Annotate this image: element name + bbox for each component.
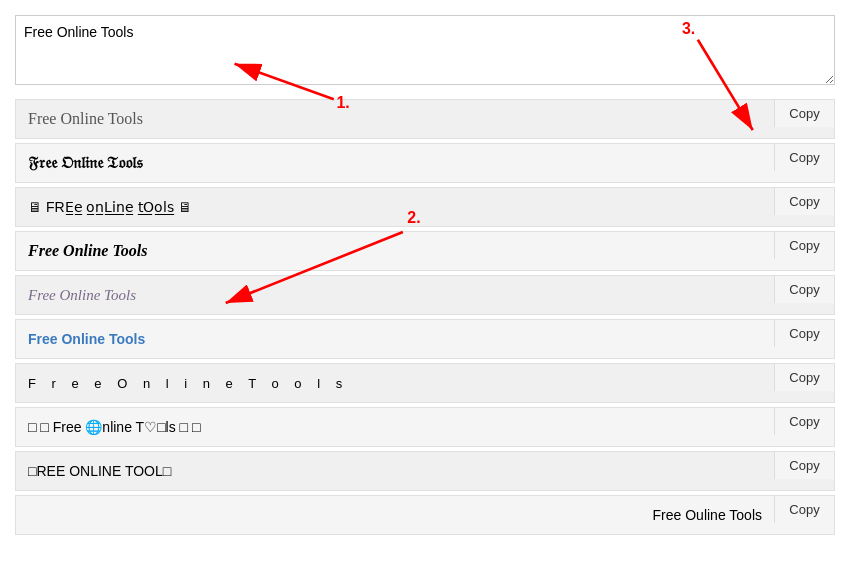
text-row: 🖥 FRE̲e̲ o̲n̲L̲i̲n̲e̲ t̲O̲o̲l̲s̲ 🖥Copy bbox=[15, 187, 835, 227]
text-row: Free Online ToolsCopy bbox=[15, 231, 835, 271]
copy-button-4[interactable]: Copy bbox=[774, 232, 834, 259]
styled-text-6: Free Online Tools bbox=[16, 323, 774, 355]
copy-button-6[interactable]: Copy bbox=[774, 320, 834, 347]
styled-text-8: □ □ Free 🌐nline T♡□ls □ □ bbox=[16, 411, 774, 443]
copy-button-5[interactable]: Copy bbox=[774, 276, 834, 303]
page-wrapper: 1. 2. 3. Free Online Tools Free Online T… bbox=[15, 15, 835, 535]
copy-button-9[interactable]: Copy bbox=[774, 452, 834, 479]
text-row: Free Online ToolsCopy bbox=[15, 275, 835, 315]
copy-button-10[interactable]: Copy bbox=[774, 496, 834, 523]
copy-button-1[interactable]: Copy bbox=[774, 100, 834, 127]
input-section: Free Online Tools bbox=[15, 15, 835, 89]
copy-button-7[interactable]: Copy bbox=[774, 364, 834, 391]
styled-text-1: Free Online Tools bbox=[16, 102, 774, 136]
text-row: slooT eniluO eerFCopy bbox=[15, 495, 835, 535]
styled-text-2: 𝔉𝔯𝔢𝔢 𝔒𝔫𝔩𝔦𝔫𝔢 𝔗𝔬𝔬𝔩𝔰 bbox=[16, 146, 774, 180]
text-row: F r e e O n l i n e T o o l sCopy bbox=[15, 363, 835, 403]
text-row: □ □ Free 🌐nline T♡□ls □ □Copy bbox=[15, 407, 835, 447]
text-row: Free Online ToolsCopy bbox=[15, 99, 835, 139]
copy-button-3[interactable]: Copy bbox=[774, 188, 834, 215]
styled-text-9: □REE ONLINE TOOL□ bbox=[16, 455, 774, 487]
text-row: 𝔉𝔯𝔢𝔢 𝔒𝔫𝔩𝔦𝔫𝔢 𝔗𝔬𝔬𝔩𝔰Copy bbox=[15, 143, 835, 183]
text-input[interactable]: Free Online Tools bbox=[15, 15, 835, 85]
rows-container: Free Online ToolsCopy𝔉𝔯𝔢𝔢 𝔒𝔫𝔩𝔦𝔫𝔢 𝔗𝔬𝔬𝔩𝔰Co… bbox=[15, 99, 835, 535]
copy-button-2[interactable]: Copy bbox=[774, 144, 834, 171]
text-row: Free Online ToolsCopy bbox=[15, 319, 835, 359]
styled-text-10: slooT eniluO eerF bbox=[16, 499, 774, 531]
text-row: □REE ONLINE TOOL□Copy bbox=[15, 451, 835, 491]
styled-text-4: Free Online Tools bbox=[16, 234, 774, 268]
styled-text-5: Free Online Tools bbox=[16, 279, 774, 312]
styled-text-7: F r e e O n l i n e T o o l s bbox=[16, 368, 774, 399]
copy-button-8[interactable]: Copy bbox=[774, 408, 834, 435]
styled-text-3: 🖥 FRE̲e̲ o̲n̲L̲i̲n̲e̲ t̲O̲o̲l̲s̲ 🖥 bbox=[16, 191, 774, 223]
